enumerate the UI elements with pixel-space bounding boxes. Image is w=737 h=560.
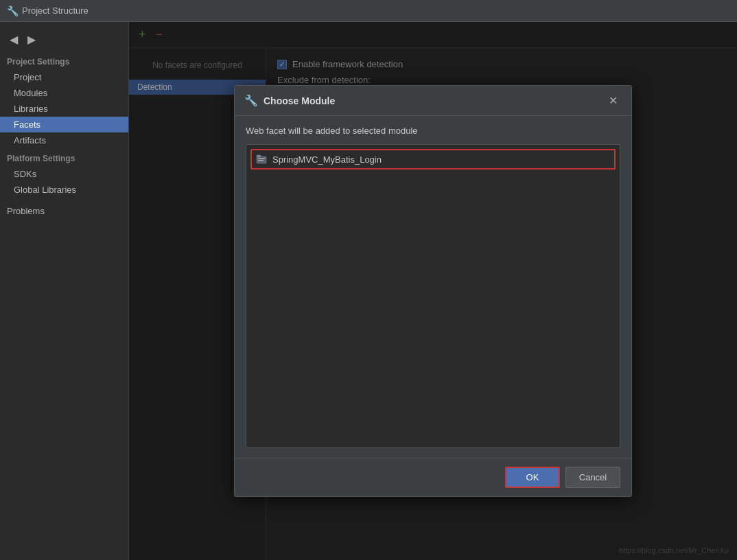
sidebar-item-modules[interactable]: Modules [0, 85, 128, 101]
module-name: SpringMVC_MyBatis_Login [272, 154, 382, 165]
modal-header: 🔧 Choose Module ✕ [235, 86, 631, 116]
modal-title-row: 🔧 Choose Module [244, 94, 335, 107]
svg-rect-1 [257, 155, 261, 157]
content-area: + − No facets are configured Detection ✓… [129, 22, 737, 560]
sidebar-item-facets[interactable]: Facets [0, 117, 128, 132]
nav-forward-button[interactable]: ▶ [25, 32, 38, 47]
modal-subtitle: Web facet will be added to selected modu… [246, 126, 620, 136]
sidebar-item-artifacts[interactable]: Artifacts [0, 132, 128, 148]
module-item[interactable]: SpringMVC_MyBatis_Login [250, 149, 616, 170]
main-layout: ◀ ▶ Project Settings Project Modules Lib… [0, 22, 737, 560]
modal-dialog: 🔧 Choose Module ✕ Web facet will be adde… [234, 85, 632, 497]
nav-back-button[interactable]: ◀ [7, 32, 21, 47]
svg-rect-3 [258, 160, 264, 161]
platform-settings-label: Platform Settings [0, 148, 128, 166]
modal-close-button[interactable]: ✕ [605, 93, 622, 108]
modal-body: Web facet will be added to selected modu… [235, 116, 631, 458]
project-settings-label: Project Settings [0, 51, 128, 69]
module-list: SpringMVC_MyBatis_Login [246, 144, 620, 448]
app-icon: 🔧 [7, 5, 18, 16]
modal-overlay: 🔧 Choose Module ✕ Web facet will be adde… [129, 22, 737, 560]
sidebar-item-problems[interactable]: Problems [0, 198, 128, 219]
modal-footer: OK Cancel [235, 458, 631, 496]
modal-title-icon: 🔧 [244, 94, 258, 107]
sidebar-item-libraries[interactable]: Libraries [0, 101, 128, 117]
modal-title-text: Choose Module [264, 95, 335, 106]
cancel-button[interactable]: Cancel [565, 467, 620, 488]
svg-rect-2 [258, 158, 265, 159]
ok-button[interactable]: OK [505, 467, 560, 488]
sidebar: ◀ ▶ Project Settings Project Modules Lib… [0, 22, 129, 560]
sidebar-item-sdks[interactable]: SDKs [0, 166, 128, 182]
title-bar-text: Project Structure [22, 5, 89, 16]
sidebar-nav-buttons: ◀ ▶ [0, 27, 128, 51]
sidebar-item-global-libraries[interactable]: Global Libraries [0, 182, 128, 198]
sidebar-item-project[interactable]: Project [0, 69, 128, 85]
title-bar: 🔧 Project Structure [0, 0, 737, 22]
module-folder-icon [256, 154, 267, 165]
